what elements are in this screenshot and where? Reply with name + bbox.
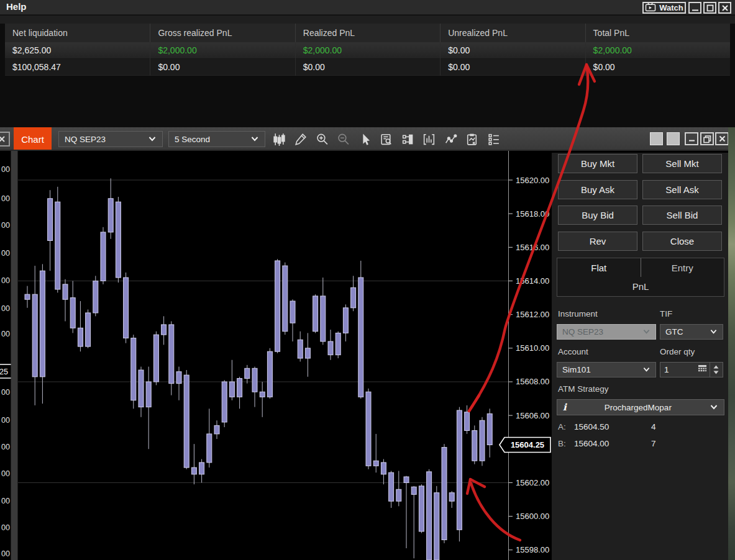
column-header[interactable]: Net liquidation (5, 24, 150, 42)
atm-tabs-row: Flat Entry (557, 258, 724, 278)
sell-mkt-button[interactable]: Sell Mkt (642, 154, 722, 173)
toolbar-square-button-2[interactable] (667, 132, 680, 145)
table-cell: $100,058.47 (5, 59, 150, 76)
table-cell: $0.00 (295, 59, 440, 76)
table-cell: $2,000.00 (150, 42, 294, 59)
account-label: Account (558, 347, 588, 356)
order-qty-value: 1 (664, 365, 669, 374)
table-row[interactable]: $2,625.00$2,000.00$2,000.00$0.00$2,000.0… (5, 42, 730, 59)
panel-instrument-value: NQ SEP23 (562, 327, 603, 336)
ask-label: A: (558, 422, 566, 431)
table-cell: $0.00 (585, 59, 730, 76)
partial-close-button[interactable] (0, 132, 10, 147)
order-panel: Buy MktSell MktBuy AskSell AskBuy BidSel… (552, 153, 728, 560)
order-qty-label: Order qty (660, 347, 695, 356)
buy-bid-button[interactable]: Buy Bid (558, 205, 637, 225)
atm-strategy-dropdown[interactable]: i ProchargedMopar (557, 399, 724, 415)
bid-price: 15604.00 (574, 439, 609, 448)
pnl-table-rows: $2,625.00$2,000.00$2,000.00$0.00$2,000.0… (5, 42, 730, 76)
tab-chart[interactable]: Chart (14, 127, 52, 151)
account-dropdown[interactable]: Sim101 (557, 362, 656, 377)
watch-button[interactable]: Watch (642, 2, 686, 14)
chart-window: Chart NQ SEP23 5 Second Bu (0, 127, 728, 560)
account-value: Sim101 (562, 365, 591, 374)
column-header[interactable]: Gross realized PnL (150, 24, 294, 42)
bar-analysis-icon[interactable] (422, 132, 437, 147)
chart-minimize-button[interactable] (685, 132, 698, 145)
buy-ask-button[interactable]: Buy Ask (558, 180, 637, 199)
properties-list-icon[interactable] (486, 132, 501, 147)
column-header[interactable]: Total PnL (585, 24, 730, 42)
calculator-icon[interactable] (698, 364, 707, 375)
chart-restore-button[interactable] (700, 132, 714, 145)
tab-flat[interactable]: Flat (557, 258, 641, 277)
maximize-button[interactable] (703, 2, 716, 14)
close-button[interactable]: Close (642, 232, 722, 251)
table-cell: $2,000.00 (295, 42, 440, 59)
close-button[interactable] (718, 2, 731, 14)
atm-strategy-value: ProchargedMopar (567, 403, 710, 412)
bid-label: B: (558, 439, 566, 448)
chart-panel-icon[interactable] (400, 132, 415, 147)
drawing-tools-icon[interactable] (293, 132, 308, 147)
ask-size: 4 (651, 422, 656, 431)
table-cell: $0.00 (440, 59, 585, 76)
pnl-table-header: Net liquidationGross realized PnLRealize… (5, 24, 730, 42)
rev-button[interactable]: Rev (558, 232, 637, 251)
atm-strategy-label: ATM Strategy (558, 384, 609, 394)
tab-pnl[interactable]: PnL (557, 277, 724, 297)
table-cell: $0.00 (150, 59, 294, 76)
column-header[interactable]: Realized PnL (295, 24, 440, 42)
chevron-down-icon (148, 135, 157, 144)
tif-value: GTC (665, 327, 683, 336)
bid-size: 7 (651, 439, 656, 448)
tif-dropdown[interactable]: GTC (660, 324, 723, 340)
title-bar: Help Watch (0, 0, 735, 15)
chart-instrument-dropdown[interactable]: NQ SEP23 (58, 131, 163, 147)
zoom-out-icon[interactable] (336, 132, 351, 147)
tif-label: TIF (660, 309, 672, 318)
bid-quote-row: B: 15604.00 7 (558, 439, 719, 453)
chevron-down-icon (710, 327, 718, 336)
chevron-down-icon (642, 327, 651, 336)
table-cell: $2,625.00 (5, 42, 150, 59)
chart-toolbar: Chart NQ SEP23 5 Second (0, 127, 728, 151)
minimize-button[interactable] (688, 2, 701, 14)
candlestick-chart-icon[interactable] (272, 132, 286, 147)
ask-quote-row: A: 15604.50 4 (558, 422, 719, 436)
chevron-down-icon (642, 365, 651, 374)
column-header[interactable]: Unrealized PnL (440, 24, 585, 42)
table-cell: $2,000.00 (585, 42, 730, 59)
pnl-table: Net liquidationGross realized PnLRealize… (5, 24, 730, 76)
watch-icon (645, 2, 657, 14)
sell-bid-button[interactable]: Sell Bid (642, 205, 722, 225)
order-qty-field[interactable]: 1 (660, 362, 723, 377)
chevron-down-icon (710, 403, 718, 412)
chart-instrument-value: NQ SEP23 (65, 135, 106, 144)
toolbar-square-button-1[interactable] (650, 132, 663, 145)
line-tool-icon[interactable] (443, 132, 458, 147)
cursor-icon[interactable] (357, 132, 372, 147)
sell-ask-button[interactable]: Sell Ask (642, 180, 722, 199)
desktop-background (728, 127, 735, 560)
title-bar-lower-band (0, 16, 735, 24)
chart-interval-value: 5 Second (175, 135, 210, 144)
data-box-icon[interactable] (379, 132, 394, 147)
ask-price: 15604.50 (574, 422, 609, 431)
zoom-in-icon[interactable] (314, 132, 329, 147)
qty-stepper[interactable] (710, 363, 719, 377)
panel-instrument-dropdown[interactable]: NQ SEP23 (557, 324, 656, 340)
instrument-label: Instrument (558, 309, 598, 318)
buy-mkt-button[interactable]: Buy Mkt (558, 154, 637, 173)
window-title: Help (6, 1, 27, 12)
tab-entry[interactable]: Entry (641, 258, 724, 277)
table-row[interactable]: $100,058.47$0.00$0.00$0.00$0.00 (5, 59, 730, 76)
watch-label: Watch (659, 3, 683, 12)
chevron-down-icon (250, 135, 259, 144)
main-window: Help Watch Net liquidationGross realized… (0, 0, 735, 127)
chart-interval-dropdown[interactable]: 5 Second (168, 131, 265, 147)
chart-template-icon[interactable] (465, 132, 480, 147)
table-cell: $0.00 (440, 42, 585, 59)
chart-close-button[interactable] (715, 132, 728, 145)
